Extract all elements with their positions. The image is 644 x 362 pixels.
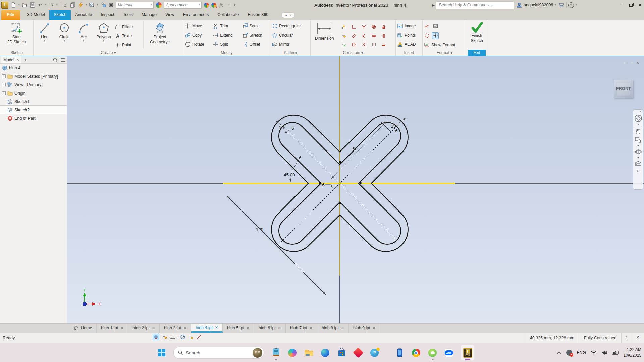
doc-tab-hinh5[interactable]: hinh 5.ipt✕ <box>223 324 254 333</box>
expand-icon[interactable]: + <box>2 83 6 86</box>
perpendicular-constraint-icon[interactable] <box>348 22 359 31</box>
tree-item-part[interactable]: hinh 4 <box>0 64 67 72</box>
inventor-app-icon[interactable]: I <box>1 2 8 9</box>
parallel-constraint-icon[interactable] <box>348 31 359 40</box>
zoom-window-icon[interactable] <box>635 136 642 144</box>
help-dropdown-icon[interactable]: ▾ <box>576 4 577 6</box>
dimension-button[interactable]: Dimension <box>312 21 336 49</box>
tab-close-icon[interactable]: ✕ <box>152 326 155 330</box>
appearance-combo[interactable]: Appearance▾ <box>164 2 202 9</box>
new-file-dropdown-icon[interactable]: ▾ <box>18 4 20 6</box>
language-indicator[interactable]: ENG <box>577 350 586 355</box>
split-button[interactable]: Split <box>213 40 241 48</box>
ribbon-tab-sketch[interactable]: Sketch <box>49 10 71 20</box>
help-search-input[interactable] <box>436 1 514 9</box>
save-icon[interactable] <box>30 2 35 8</box>
panel-label-constrain[interactable]: Constrain ▾ <box>311 50 395 55</box>
origin-point[interactable] <box>339 182 341 184</box>
material-wheel-icon[interactable] <box>156 2 162 8</box>
measure-dropdown-icon[interactable]: ▾ <box>97 4 98 6</box>
construction-mode-toggle[interactable] <box>196 334 202 340</box>
navigation-wheel-icon[interactable] <box>634 114 642 122</box>
constraint-settings-icon[interactable] <box>338 40 348 49</box>
vertical-constraint-icon[interactable] <box>379 31 389 40</box>
sketch-point[interactable] <box>339 203 341 204</box>
mirror-button[interactable]: Mirror <box>272 40 309 48</box>
dim-text-15-right[interactable]: 15 <box>391 124 396 129</box>
home-icon[interactable]: ⌂ <box>63 2 68 8</box>
user-avatar-icon[interactable] <box>517 2 522 8</box>
dim-text-15-left[interactable]: 15 <box>279 125 284 130</box>
show-format-button[interactable]: Show Format <box>424 41 465 49</box>
finish-sketch-button[interactable]: Finish Sketch <box>469 21 485 43</box>
doc-tab-home[interactable]: Home <box>69 324 97 333</box>
concentric-constraint-icon[interactable] <box>369 22 379 31</box>
centerline-icon[interactable] <box>424 33 430 38</box>
tree-item-end-of-part[interactable]: End of Part <box>0 114 67 122</box>
edge-browser-icon[interactable] <box>321 348 330 357</box>
fillet-dropdown-icon[interactable]: ▾ <box>132 26 133 28</box>
center-point-icon[interactable] <box>432 32 439 39</box>
arc-button[interactable]: Arc▾ <box>75 21 92 49</box>
add-command-icon[interactable]: ＋ <box>226 2 232 8</box>
chrome-browser-icon[interactable] <box>412 348 421 357</box>
search-highlight-image[interactable] <box>253 348 262 358</box>
zalo-app-icon[interactable]: Zalo <box>444 348 453 357</box>
dim-leader-6-center[interactable] <box>325 185 332 188</box>
symmetric-constraint-icon[interactable] <box>369 40 379 49</box>
doc-tab-hinh8[interactable]: hinh 8.ipt✕ <box>317 324 349 333</box>
fillet-button[interactable]: Fillet▾ <box>115 23 143 31</box>
dim-text-120[interactable]: 120 <box>256 227 264 232</box>
arc-dropdown-icon[interactable]: ▾ <box>83 40 84 42</box>
ribbon-tab-tools[interactable]: Tools <box>119 10 137 20</box>
measure-icon[interactable] <box>89 2 95 8</box>
doc-tab-hinh6[interactable]: hinh 6.ipt✕ <box>254 324 286 333</box>
circle-button[interactable]: Circle▾ <box>55 21 74 49</box>
doc-tab-hinh4-active[interactable]: hinh 4.ipt✕ <box>191 324 223 333</box>
taskbar-search[interactable]: Search <box>173 347 264 359</box>
orbit-dropdown-icon[interactable]: ▼ <box>637 157 639 159</box>
rotate-button[interactable]: Rotate <box>185 40 212 48</box>
redo-icon[interactable]: ↷ <box>49 2 54 8</box>
material-combo[interactable]: Material▾ <box>116 2 154 9</box>
ribbon-tab-collaborate[interactable]: Collaborate <box>213 10 243 20</box>
ribbon-tab-fusion360[interactable]: Fusion 360 <box>243 10 273 20</box>
store-cart-icon[interactable] <box>558 2 565 8</box>
quiz-app-icon[interactable]: ? <box>370 348 379 357</box>
qat-customize-icon[interactable]: ▾ <box>234 3 236 7</box>
start-2d-sketch-button[interactable]: Start 2D Sketch <box>2 21 32 45</box>
copy-button[interactable]: Copy <box>185 31 212 39</box>
browser-tab-model[interactable]: Model✕ <box>1 56 21 63</box>
undo-icon[interactable]: ↶ <box>38 2 43 8</box>
volume-icon[interactable] <box>601 350 607 355</box>
component-icon[interactable] <box>101 2 106 8</box>
browser-add-tab-icon[interactable]: ＋ <box>23 57 28 63</box>
ribbon-tab-view[interactable]: View <box>161 10 179 20</box>
offset-button[interactable]: Offset <box>243 40 268 48</box>
tab-close-icon[interactable]: ✕ <box>341 326 344 330</box>
undo-dropdown-icon[interactable]: ▾ <box>45 4 47 6</box>
tree-item-sketch2[interactable]: Sketch2 <box>0 106 67 114</box>
dimension-lines[interactable] <box>227 117 406 295</box>
dim-angle-leader[interactable] <box>292 156 301 171</box>
panel-label-format[interactable]: Format ▾ <box>423 50 467 55</box>
doc-tab-hinh7[interactable]: hinh 7.ipt✕ <box>286 324 317 333</box>
file-explorer-icon[interactable] <box>304 348 313 357</box>
coincident-constraint-icon[interactable] <box>359 22 369 31</box>
grid-snap-toggle[interactable] <box>153 334 159 340</box>
sketch-point[interactable] <box>319 182 321 184</box>
sketch-point[interactable] <box>360 182 362 184</box>
search-expand-icon[interactable]: ▶ <box>432 3 435 7</box>
dim-text-angle[interactable]: 45.00 <box>284 172 295 177</box>
expand-icon[interactable]: + <box>2 91 6 95</box>
onedrive-status-icon[interactable]: ✕ <box>566 349 573 356</box>
trim-button[interactable]: Trim <box>213 22 241 30</box>
help-icon[interactable]: ? <box>568 2 574 8</box>
text-button[interactable]: AText▾ <box>115 32 143 40</box>
wheel-dropdown-icon[interactable]: ▼ <box>637 123 639 126</box>
tray-expand-icon[interactable] <box>557 351 561 354</box>
smooth-g2-constraint-icon[interactable] <box>359 40 369 49</box>
doc-restore-icon[interactable] <box>631 62 633 64</box>
doc-tab-hinh3[interactable]: hinh 3.ipt✕ <box>160 324 191 333</box>
start-button[interactable] <box>157 348 166 357</box>
